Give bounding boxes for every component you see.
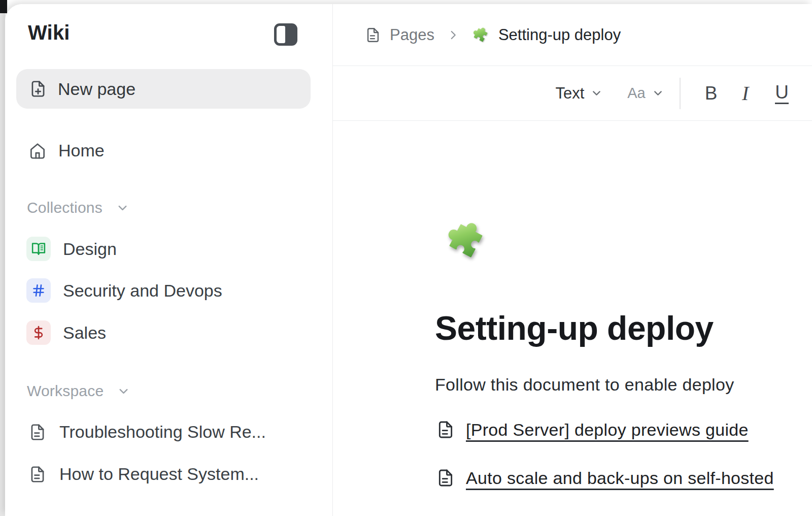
italic-button[interactable]: I bbox=[742, 83, 751, 104]
sidebar-section-workspace[interactable]: Workspace bbox=[27, 382, 130, 400]
page-link-prod-server[interactable]: [Prod Server] deploy previews guide bbox=[435, 420, 749, 440]
page-link-label: [Prod Server] deploy previews guide bbox=[466, 420, 749, 440]
sidebar-item-security-and-devops[interactable]: Security and Devops bbox=[26, 278, 222, 303]
main-panel: Pages Setting-up deploy Text bbox=[333, 4, 812, 516]
block-type-label: Text bbox=[555, 84, 584, 103]
typography-label: Aa bbox=[627, 85, 645, 102]
puzzle-piece-icon bbox=[471, 25, 490, 45]
page-intro-text[interactable]: Follow this document to enable deploy bbox=[435, 375, 734, 395]
page-link-auto-scale[interactable]: Auto scale and back-ups on self-hosted bbox=[435, 468, 774, 488]
sidebar-item-label: Home bbox=[58, 141, 105, 160]
file-text-icon bbox=[28, 465, 47, 484]
chevron-down-icon bbox=[116, 201, 129, 215]
sidebar-title: Wiki bbox=[28, 21, 70, 44]
sidebar-item-label: Security and Devops bbox=[63, 281, 222, 301]
hash-icon bbox=[26, 278, 51, 303]
sidebar-item-troubleshooting[interactable]: Troubleshooting Slow Re... bbox=[28, 422, 266, 442]
section-label: Collections bbox=[27, 199, 103, 216]
app-window: Wiki New page Home Collections bbox=[5, 4, 812, 516]
sidebar-section-collections[interactable]: Collections bbox=[27, 199, 129, 216]
sidebar-item-label: Sales bbox=[63, 323, 106, 343]
chevron-down-icon bbox=[652, 87, 664, 100]
bold-button[interactable]: B bbox=[705, 84, 718, 103]
chevron-down-icon bbox=[590, 87, 603, 100]
sidebar-item-home[interactable]: Home bbox=[28, 141, 105, 160]
breadcrumb: Pages Setting-up deploy bbox=[333, 4, 812, 66]
breadcrumb-current: Setting-up deploy bbox=[498, 26, 621, 44]
toolbar-divider bbox=[680, 78, 681, 109]
sidebar-toggle-icon[interactable] bbox=[274, 23, 297, 46]
file-text-icon bbox=[435, 468, 456, 488]
sidebar-item-label: Design bbox=[63, 239, 117, 259]
sidebar-item-label: Troubleshooting Slow Re... bbox=[59, 422, 266, 442]
file-text-icon bbox=[435, 420, 456, 440]
sidebar-item-design[interactable]: Design bbox=[26, 237, 117, 261]
home-icon bbox=[28, 141, 47, 160]
chevron-down-icon bbox=[117, 384, 130, 398]
breadcrumb-parent[interactable]: Pages bbox=[390, 26, 434, 44]
new-page-label: New page bbox=[58, 79, 136, 99]
underline-button[interactable]: U bbox=[775, 83, 789, 104]
sidebar-item-label: How to Request System... bbox=[59, 464, 259, 484]
section-label: Workspace bbox=[27, 382, 104, 400]
sidebar-item-sales[interactable]: Sales bbox=[26, 320, 106, 345]
sidebar: Wiki New page Home Collections bbox=[5, 4, 333, 516]
desktop-corner bbox=[0, 0, 7, 13]
page-link-label: Auto scale and back-ups on self-hosted bbox=[466, 468, 774, 488]
new-page-button[interactable]: New page bbox=[16, 69, 311, 109]
file-text-icon bbox=[28, 423, 47, 442]
puzzle-piece-icon[interactable] bbox=[443, 217, 489, 264]
file-plus-icon bbox=[28, 79, 48, 99]
desktop-edge bbox=[0, 0, 5, 516]
sidebar-item-how-to-request[interactable]: How to Request System... bbox=[28, 464, 259, 484]
chevron-right-icon bbox=[447, 28, 460, 42]
book-open-icon bbox=[26, 237, 51, 261]
dollar-icon bbox=[26, 320, 51, 345]
editor-toolbar: Text Aa B I U bbox=[333, 66, 812, 121]
sidebar-toggle-pane bbox=[277, 26, 285, 43]
block-type-dropdown[interactable]: Text bbox=[555, 84, 603, 103]
page-title[interactable]: Setting-up deploy bbox=[435, 309, 714, 347]
typography-dropdown[interactable]: Aa bbox=[627, 85, 664, 102]
file-text-icon bbox=[364, 26, 382, 44]
